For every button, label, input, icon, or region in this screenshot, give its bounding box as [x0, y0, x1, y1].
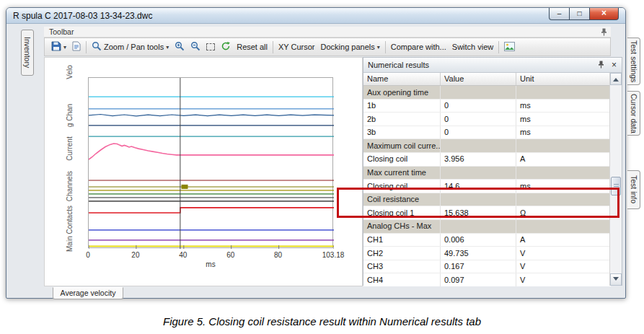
cell-value: 49.735 [441, 247, 516, 260]
cell-unit: V [516, 273, 611, 286]
close-panel-icon[interactable]: × [612, 60, 617, 70]
x-tick-label: 103.18 [322, 251, 345, 259]
results-data-row[interactable]: 2b0ms [363, 113, 611, 126]
chart-plot [89, 78, 334, 249]
minimize-button[interactable]: – [549, 8, 570, 20]
cell-unit [516, 220, 611, 233]
cell-name: 3b [363, 126, 441, 139]
compare-with-button[interactable]: Compare with... [388, 41, 449, 53]
cell-value: 0.006 [441, 234, 516, 247]
save-button[interactable]: ▾ [48, 40, 69, 54]
results-panel-title: Numerical results [368, 61, 429, 69]
sidebar-tab-cursor-data[interactable]: Cursor data [627, 91, 640, 136]
app-window: R spula C 2017-08-03 13-34-23.dwc – □ × … [6, 7, 626, 299]
toolbar-separator [273, 41, 273, 53]
y-axis-group-label: g Chan [66, 104, 74, 127]
chart-plot-area[interactable] [88, 77, 333, 248]
cell-unit: V [516, 247, 611, 260]
vertical-scrollbar[interactable] [609, 73, 622, 286]
image-icon [504, 42, 515, 53]
switch-view-button[interactable]: Switch view [449, 41, 496, 53]
magnifier-icon [92, 41, 102, 53]
maximize-button[interactable]: □ [570, 8, 590, 20]
cell-value: 0.167 [441, 260, 516, 273]
figure-caption: Figure 5. Closing coil resistance result… [0, 315, 644, 328]
cell-unit [516, 167, 611, 180]
results-section-row[interactable]: Maximum coil curre... [363, 139, 611, 153]
toolbar: ▾ Zoom / Pan tools ▾ [44, 38, 611, 56]
titlebar[interactable]: R spula C 2017-08-03 13-34-23.dwc – □ × [6, 8, 625, 24]
y-axis-group-label: Main Contacts [66, 206, 74, 252]
zoom-out-button[interactable] [188, 40, 203, 54]
docking-panels-label: Docking panels [321, 43, 375, 51]
series-analog-darkblue [89, 115, 334, 116]
scroll-up-arrow[interactable] [610, 73, 622, 85]
cell-name: CH3 [363, 260, 441, 273]
cell-value [441, 86, 516, 99]
close-button[interactable]: × [590, 8, 619, 20]
results-section-row[interactable]: Analog CHs - Max [363, 220, 611, 234]
window-title: R spula C 2017-08-03 13-34-23.dwc [13, 11, 152, 21]
results-data-row[interactable]: 3b0ms [363, 126, 611, 140]
chevron-down-icon: ▾ [166, 44, 169, 50]
results-panel-header[interactable]: Numerical results × [363, 58, 622, 73]
x-tick-label: 60 [226, 251, 234, 259]
cell-value [441, 167, 516, 180]
zoom-out-icon [190, 41, 200, 53]
column-header-unit[interactable]: Unit [516, 73, 611, 85]
results-data-row[interactable]: Closing coil3.956A [363, 153, 611, 167]
toolbar-caption-row: Toolbar [44, 27, 611, 38]
y-axis-group-label: Velo [66, 65, 74, 79]
selection-rect-icon [206, 43, 215, 50]
scroll-down-arrow[interactable] [610, 273, 622, 286]
image-export-button[interactable] [501, 40, 518, 54]
cell-value: 3.956 [441, 153, 516, 166]
sidebar-tab-test-settings[interactable]: Test settings [627, 38, 640, 85]
zoom-selection-button[interactable] [203, 42, 218, 52]
zoom-pan-tools-button[interactable]: Zoom / Pan tools ▾ [89, 40, 172, 54]
cell-name: CH2 [363, 247, 441, 260]
reset-all-button[interactable]: Reset all [234, 41, 270, 53]
cell-name: Closing coil [363, 153, 441, 166]
results-data-row[interactable]: CH249.735V [363, 247, 611, 260]
docking-panels-button[interactable]: Docking panels ▾ [318, 41, 383, 53]
x-axis-unit-label: ms [206, 260, 215, 268]
results-section-row[interactable]: Max current time [363, 167, 611, 180]
results-data-row[interactable]: CH40.097V [363, 273, 611, 286]
cell-name: Max current time [363, 167, 441, 180]
cell-unit [516, 86, 611, 99]
xy-cursor-button[interactable]: XY Cursor [275, 41, 318, 53]
chevron-down-icon: ▾ [63, 44, 66, 50]
chart-event-marker [182, 185, 188, 189]
numerical-results-panel: Numerical results × Name Value Unit Aux … [363, 57, 622, 286]
zoom-in-button[interactable] [172, 40, 188, 54]
results-data-row[interactable]: 1b0ms [363, 100, 611, 113]
report-button[interactable] [69, 40, 84, 54]
pin-icon[interactable] [598, 61, 604, 70]
save-icon [51, 41, 61, 53]
tab-average-velocity[interactable]: Average velocity [53, 287, 123, 299]
x-tick-label: 20 [131, 251, 139, 259]
pin-icon[interactable] [601, 28, 607, 38]
cell-value [441, 139, 516, 152]
refresh-button[interactable] [218, 40, 234, 54]
column-header-value[interactable]: Value [441, 73, 516, 85]
cell-unit: ms [516, 126, 611, 139]
highlight-rectangle [337, 188, 619, 218]
cell-unit: V [516, 260, 611, 273]
x-tick-label: 80 [274, 251, 282, 259]
window-controls: – □ × [549, 8, 619, 20]
results-data-row[interactable]: CH30.167V [363, 260, 611, 274]
y-axis-group-label: Current [66, 136, 74, 160]
cell-unit: A [516, 234, 611, 247]
sidebar-tab-test-info[interactable]: Test info [627, 170, 640, 209]
column-header-name[interactable]: Name [363, 73, 441, 85]
sidebar-tab-inventory[interactable]: Inventory [21, 30, 34, 76]
results-section-row[interactable]: Aux opening time [363, 86, 611, 100]
cell-name: CH4 [363, 273, 441, 286]
results-data-row[interactable]: CH10.006A [363, 234, 611, 247]
cell-value: 0 [441, 126, 516, 139]
cell-unit: ms [516, 113, 611, 126]
cell-name: Maximum coil curre... [363, 139, 441, 152]
cell-value: 0.097 [441, 273, 516, 286]
